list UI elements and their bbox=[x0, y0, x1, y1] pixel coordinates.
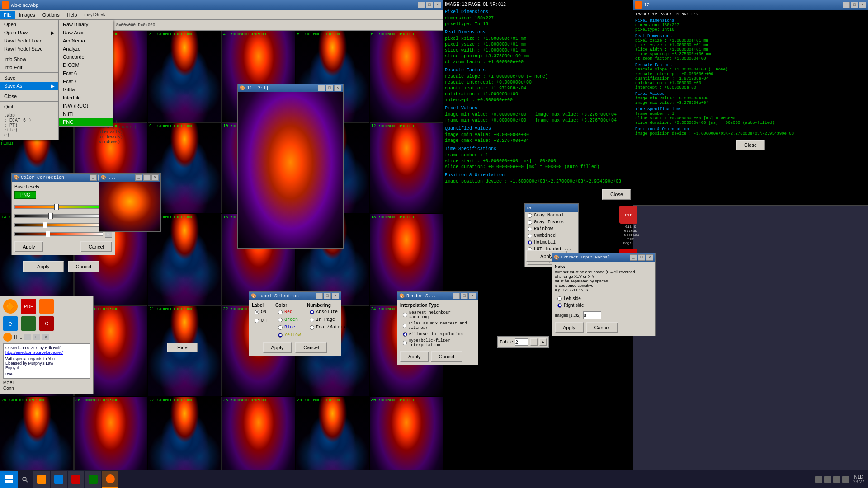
help-menu[interactable]: Help bbox=[63, 11, 81, 19]
tray-icon-1[interactable] bbox=[815, 476, 822, 483]
cm-hotmetal-radio[interactable] bbox=[528, 240, 532, 245]
taskbar-search[interactable] bbox=[18, 476, 32, 483]
png-button[interactable]: PNG bbox=[14, 191, 36, 199]
render-minimize[interactable]: _ bbox=[453, 293, 460, 299]
num-inpage-radio[interactable] bbox=[310, 318, 314, 322]
taskbar-app-2[interactable] bbox=[51, 471, 67, 488]
saveas-raw-binary[interactable]: Raw Binary bbox=[59, 20, 113, 28]
second-minimize[interactable]: _ bbox=[843, 2, 850, 8]
ls-apply-btn[interactable]: Apply bbox=[263, 342, 292, 353]
num-ecat-radio[interactable] bbox=[310, 325, 314, 330]
left-side-radio[interactable] bbox=[557, 296, 562, 301]
right-side-option[interactable]: Right side bbox=[555, 302, 652, 309]
system-time[interactable]: NLD 23:27 bbox=[853, 474, 864, 484]
slider-track-1[interactable] bbox=[14, 205, 103, 209]
slider-track-2[interactable] bbox=[14, 214, 103, 218]
git-icon[interactable]: Git bbox=[619, 206, 637, 224]
saveas-gif[interactable]: Gif8a bbox=[59, 85, 113, 94]
color-red[interactable]: Red bbox=[275, 309, 303, 315]
cm-rainbow-radio[interactable] bbox=[528, 227, 532, 231]
num-absolute[interactable]: Absolute bbox=[307, 309, 349, 315]
second-restore[interactable]: □ bbox=[851, 2, 858, 8]
slider-track-4[interactable] bbox=[14, 232, 103, 236]
small-win-max[interactable]: □ bbox=[33, 334, 40, 340]
saveas-analyze[interactable]: Analyze bbox=[59, 45, 113, 53]
close-btn[interactable]: × bbox=[434, 2, 441, 8]
small-win-min[interactable]: _ bbox=[24, 334, 31, 340]
ls-maximize[interactable]: □ bbox=[324, 293, 331, 299]
saveas-ecat7[interactable]: Ecat 7 bbox=[59, 77, 113, 85]
cm-gray-normal-radio[interactable] bbox=[528, 213, 532, 218]
cm-combined-radio[interactable] bbox=[528, 234, 532, 238]
small-minimize[interactable]: _ bbox=[135, 174, 142, 181]
minimize-btn[interactable]: _ bbox=[418, 2, 425, 8]
color-blue-radio[interactable] bbox=[278, 325, 283, 330]
menu-open-raw[interactable]: Open Raw ▶ bbox=[0, 28, 58, 37]
main-cancel-btn[interactable]: Cancel bbox=[68, 261, 99, 272]
interp-hyperbolic-radio[interactable] bbox=[403, 341, 407, 345]
images-menu[interactable]: Images bbox=[15, 11, 39, 19]
color-yellow[interactable]: Yellow bbox=[275, 332, 303, 338]
ocmedcon-url[interactable]: http://emedcon.sourceforge.net/ bbox=[5, 350, 88, 355]
slider-thumb-2[interactable] bbox=[48, 213, 53, 219]
saveas-nifti[interactable]: NIfTI bbox=[59, 110, 113, 118]
grid-cell-3[interactable]: 3S=00s000 D:0:000 bbox=[148, 31, 222, 122]
saveas-concorde[interactable]: Concorde bbox=[59, 53, 113, 61]
cm-combined[interactable]: Combined bbox=[525, 232, 578, 239]
ls-cancel-btn[interactable]: Cancel bbox=[295, 342, 327, 353]
table-minus[interactable]: - bbox=[530, 338, 538, 346]
taskbar-app-5[interactable] bbox=[102, 471, 118, 488]
num-inpage[interactable]: In Page bbox=[307, 316, 349, 323]
options-menu[interactable]: Options bbox=[39, 11, 63, 19]
menu-info-show[interactable]: Info Show bbox=[0, 55, 58, 63]
popup-close[interactable]: × bbox=[334, 85, 341, 91]
slider-thumb-4[interactable] bbox=[46, 231, 50, 237]
ls-close[interactable]: × bbox=[332, 293, 339, 299]
color-green[interactable]: Green bbox=[275, 316, 303, 323]
color-red-radio[interactable] bbox=[278, 310, 283, 314]
right-side-radio[interactable] bbox=[557, 303, 562, 308]
taskbar-app-1[interactable] bbox=[33, 471, 50, 488]
extract-maximize[interactable]: □ bbox=[638, 254, 645, 261]
grid-cell-6[interactable]: 6S=00s000 D:0:000 bbox=[370, 31, 443, 122]
ls-minimize[interactable]: _ bbox=[316, 293, 323, 299]
popup-minimize[interactable]: _ bbox=[318, 85, 325, 91]
maximize-btn[interactable]: □ bbox=[426, 2, 433, 8]
menu-save[interactable]: Save bbox=[0, 74, 58, 82]
saveas-acr[interactable]: Acr/Nema bbox=[59, 37, 113, 45]
render-close[interactable]: × bbox=[469, 293, 476, 299]
menu-raw-predef-save[interactable]: Raw Predef Save bbox=[0, 45, 58, 53]
cm-hotmetal[interactable]: Hotmetal bbox=[525, 239, 578, 246]
s-close-btn[interactable]: Close bbox=[736, 140, 765, 150]
menu-save-as[interactable]: Save As ▶ bbox=[0, 82, 58, 90]
popup-maximize[interactable]: □ bbox=[326, 85, 333, 91]
small-win-close[interactable]: × bbox=[42, 334, 49, 340]
cc-minimize[interactable]: _ bbox=[90, 174, 97, 181]
menu-close[interactable]: Close bbox=[0, 92, 58, 100]
num-absolute-radio[interactable] bbox=[310, 310, 314, 314]
saveas-dicom[interactable]: DICOM bbox=[59, 61, 113, 69]
num-ecat[interactable]: Ecat/Matrix bbox=[307, 324, 349, 331]
extract-minimize[interactable]: _ bbox=[630, 254, 637, 261]
saveas-inw[interactable]: INW (RUG) bbox=[59, 102, 113, 110]
color-yellow-radio[interactable] bbox=[278, 333, 283, 338]
tray-icon-2[interactable] bbox=[824, 476, 831, 483]
extract-apply-btn[interactable]: Apply bbox=[555, 322, 584, 333]
tray-icon-4[interactable] bbox=[842, 476, 849, 483]
slider-thumb-1[interactable] bbox=[54, 204, 59, 210]
slider-track-3[interactable] bbox=[14, 223, 103, 227]
cc-cancel-btn[interactable]: Cancel bbox=[80, 241, 112, 252]
cm-rainbow[interactable]: Rainbow bbox=[525, 225, 578, 232]
second-close-btn[interactable]: × bbox=[859, 2, 866, 8]
small-close[interactable]: × bbox=[151, 174, 159, 181]
interp-bilinear-radio[interactable] bbox=[403, 332, 407, 337]
taskbar-app-3[interactable] bbox=[68, 471, 84, 488]
interp-tiles-radio[interactable] bbox=[403, 324, 406, 328]
cm-gray-normal[interactable]: Gray Normal bbox=[525, 212, 578, 219]
extract-cancel-btn[interactable]: Cancel bbox=[586, 322, 618, 333]
table-input[interactable] bbox=[515, 338, 528, 346]
cm-gray-invers[interactable]: Gray Invers bbox=[525, 219, 578, 225]
interp-tiles[interactable]: Tiles as mix nearest and bilinear bbox=[400, 320, 475, 331]
table-plus[interactable]: + bbox=[539, 338, 547, 346]
label-off-radio[interactable] bbox=[255, 319, 259, 323]
